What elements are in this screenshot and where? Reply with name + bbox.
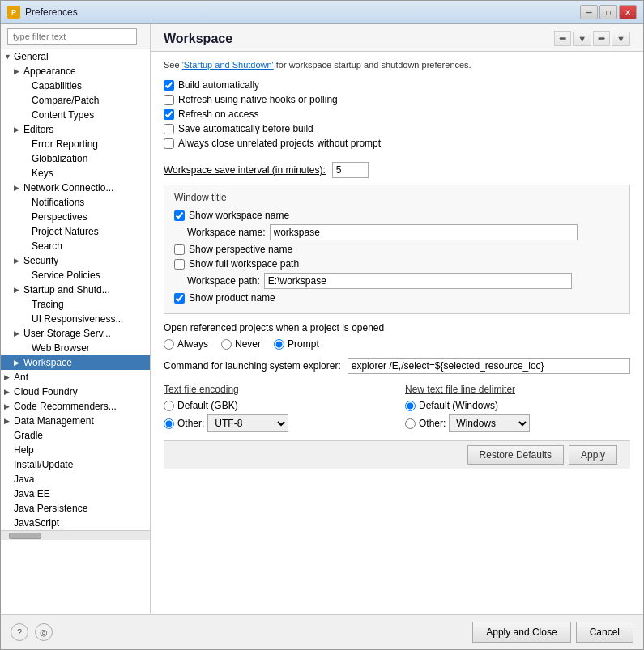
help-icon[interactable]: ? bbox=[11, 623, 28, 641]
sidebar-item-tracing[interactable]: Tracing bbox=[1, 297, 150, 312]
open-always-radio[interactable] bbox=[164, 339, 174, 350]
open-prompt-radio[interactable] bbox=[274, 339, 284, 350]
sidebar-item-label: Network Connectio... bbox=[23, 182, 113, 193]
show-workspace-name-checkbox[interactable] bbox=[174, 210, 185, 221]
sidebar-item-install-update[interactable]: Install/Update bbox=[1, 457, 150, 472]
delimiter-other-radio[interactable] bbox=[405, 418, 416, 429]
cmd-input[interactable] bbox=[348, 358, 630, 374]
open-never-radio[interactable] bbox=[221, 339, 232, 350]
sidebar-item-java-persistence[interactable]: Java Persistence bbox=[1, 501, 150, 516]
sidebar-item-label: General bbox=[14, 51, 49, 62]
close-unrelated-checkbox[interactable] bbox=[164, 138, 174, 149]
sidebar-item-ant[interactable]: ▶ Ant bbox=[1, 370, 150, 384]
workspace-path-input[interactable] bbox=[264, 273, 572, 289]
sidebar-item-network[interactable]: ▶ Network Connectio... bbox=[1, 181, 150, 195]
forward-button[interactable]: ➡ bbox=[593, 31, 610, 46]
page-title: Workspace bbox=[164, 32, 232, 46]
open-always-option: Always bbox=[164, 338, 208, 350]
open-referenced-radio-group: Always Never Prompt bbox=[164, 338, 630, 350]
sidebar-item-service-policies[interactable]: Service Policies bbox=[1, 268, 150, 283]
back-button[interactable]: ⬅ bbox=[554, 31, 571, 46]
sidebar-item-workspace[interactable]: ▶ Workspace bbox=[1, 355, 150, 370]
refresh-access-checkbox[interactable] bbox=[164, 109, 174, 120]
sidebar-item-compare-patch[interactable]: Compare/Patch bbox=[1, 93, 150, 108]
text-encoding-group: Text file encoding Default (GBK) Other: … bbox=[164, 384, 389, 432]
expand-arrow bbox=[22, 96, 30, 104]
open-prompt-label: Prompt bbox=[288, 338, 319, 350]
sidebar-item-ui-responsiveness[interactable]: UI Responsiveness... bbox=[1, 312, 150, 326]
sidebar-item-general[interactable]: ▼ General bbox=[1, 49, 150, 64]
sidebar-item-notifications[interactable]: Notifications bbox=[1, 195, 150, 210]
sidebar-item-javascript[interactable]: JavaScript bbox=[1, 516, 150, 530]
save-before-build-checkbox[interactable] bbox=[164, 124, 174, 134]
sidebar-item-content-types[interactable]: Content Types bbox=[1, 108, 150, 122]
delimiter-other-label: Other: bbox=[419, 418, 446, 429]
encoding-default-radio[interactable] bbox=[164, 401, 174, 411]
sidebar-item-cloud-foundry[interactable]: ▶ Cloud Foundry bbox=[1, 384, 150, 399]
close-button[interactable]: ✕ bbox=[619, 5, 637, 19]
filter-input[interactable] bbox=[7, 28, 137, 45]
expand-arrow bbox=[4, 490, 12, 498]
expand-arrow bbox=[4, 475, 12, 483]
sidebar-item-label: Search bbox=[32, 240, 62, 252]
expand-arrow bbox=[22, 242, 30, 250]
sidebar-item-security[interactable]: ▶ Security bbox=[1, 253, 150, 268]
prefs-icon[interactable]: ◎ bbox=[35, 623, 53, 641]
restore-defaults-button[interactable]: Restore Defaults bbox=[467, 445, 564, 465]
apply-and-close-button[interactable]: Apply and Close bbox=[472, 622, 570, 643]
delimiter-select[interactable]: Windows Unix Mac bbox=[449, 414, 530, 432]
maximize-button[interactable]: □ bbox=[599, 5, 617, 19]
refresh-access-label: Refresh on access bbox=[178, 108, 258, 120]
sidebar-item-label: Tracing bbox=[32, 299, 64, 310]
sidebar-item-editors[interactable]: ▶ Editors bbox=[1, 122, 150, 137]
sidebar-item-capabilities[interactable]: Capabilities bbox=[1, 79, 150, 93]
sidebar-item-data-management[interactable]: ▶ Data Management bbox=[1, 414, 150, 428]
sidebar-item-perspectives[interactable]: Perspectives bbox=[1, 210, 150, 224]
sidebar-item-label: Java bbox=[14, 474, 34, 485]
back-dropdown-button[interactable]: ▼ bbox=[573, 32, 591, 46]
save-interval-input[interactable] bbox=[332, 162, 369, 178]
encoding-select[interactable]: UTF-8 UTF-16 ISO-8859-1 GBK bbox=[207, 414, 288, 432]
sidebar-item-java-ee[interactable]: Java EE bbox=[1, 486, 150, 501]
sidebar-item-startup[interactable]: ▶ Startup and Shutd... bbox=[1, 283, 150, 297]
sidebar-item-error-reporting[interactable]: Error Reporting bbox=[1, 137, 150, 151]
encoding-default-label: Default (GBK) bbox=[177, 400, 238, 411]
sidebar-scrollbar-h[interactable] bbox=[1, 530, 150, 540]
sidebar-item-code-recommenders[interactable]: ▶ Code Recommenders... bbox=[1, 399, 150, 414]
refresh-native-checkbox[interactable] bbox=[164, 95, 174, 105]
show-product-checkbox[interactable] bbox=[174, 293, 185, 304]
checkbox-save-before-build: Save automatically before build bbox=[164, 123, 630, 134]
sidebar-item-keys[interactable]: Keys bbox=[1, 166, 150, 181]
show-perspective-checkbox[interactable] bbox=[174, 244, 185, 255]
build-automatically-checkbox[interactable] bbox=[164, 80, 174, 91]
sidebar-item-web-browser[interactable]: Web Browser bbox=[1, 341, 150, 355]
sidebar-item-java[interactable]: Java bbox=[1, 472, 150, 486]
workspace-name-input[interactable] bbox=[270, 224, 578, 240]
minimize-button[interactable]: ─ bbox=[580, 5, 598, 19]
footer-actions: Apply and Close Cancel bbox=[472, 622, 633, 643]
show-perspective-row: Show perspective name bbox=[174, 244, 620, 255]
apply-button[interactable]: Apply bbox=[569, 445, 617, 465]
encoding-other-radio[interactable] bbox=[164, 418, 174, 429]
title-bar: P Preferences ─ □ ✕ bbox=[1, 1, 643, 24]
expand-arrow bbox=[22, 169, 30, 177]
sidebar-item-appearance[interactable]: ▶ Appearance bbox=[1, 64, 150, 79]
startup-shutdown-link[interactable]: 'Startup and Shutdown' bbox=[182, 60, 274, 70]
sidebar-item-globalization[interactable]: Globalization bbox=[1, 151, 150, 166]
cancel-button[interactable]: Cancel bbox=[576, 622, 633, 643]
expand-arrow: ▶ bbox=[14, 286, 22, 294]
sidebar-item-gradle[interactable]: Gradle bbox=[1, 428, 150, 443]
scrollbar-thumb[interactable] bbox=[9, 533, 41, 539]
show-full-path-checkbox[interactable] bbox=[174, 259, 185, 270]
workspace-path-row: Workspace path: bbox=[174, 273, 620, 289]
forward-dropdown-button[interactable]: ▼ bbox=[612, 32, 630, 46]
checkbox-refresh-native: Refresh using native hooks or polling bbox=[164, 94, 630, 105]
sidebar-item-help[interactable]: Help bbox=[1, 443, 150, 457]
sidebar-item-search[interactable]: Search bbox=[1, 239, 150, 253]
delimiter-default-radio[interactable] bbox=[405, 401, 416, 411]
show-workspace-name-label: Show workspace name bbox=[189, 210, 289, 221]
sidebar-item-user-storage[interactable]: ▶ User Storage Serv... bbox=[1, 326, 150, 341]
workspace-name-label: Workspace name: bbox=[187, 227, 266, 238]
sidebar-item-project-natures[interactable]: Project Natures bbox=[1, 224, 150, 239]
window-title-group: Window title Show workspace name Workspa… bbox=[164, 185, 630, 314]
